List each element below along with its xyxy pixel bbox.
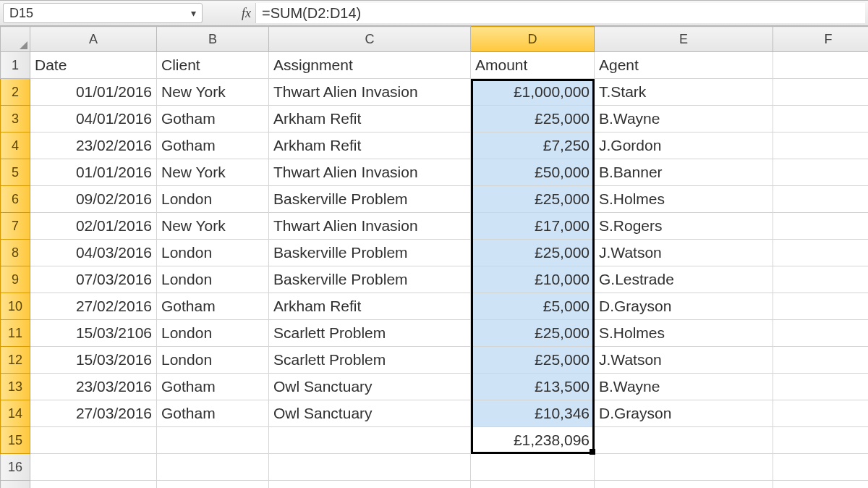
spreadsheet-grid[interactable]: ABCDEF 1DateClientAssignmentAmountAgent2… (0, 26, 868, 488)
cell-E17[interactable] (595, 481, 773, 489)
cell-D17[interactable] (471, 481, 595, 489)
cell-C10[interactable]: Arkham Refit (269, 293, 471, 320)
column-header-A[interactable]: A (30, 27, 157, 52)
cell-C4[interactable]: Arkham Refit (269, 132, 471, 159)
name-box[interactable]: D15 ▾ (3, 3, 203, 23)
cell-B9[interactable]: London (157, 266, 269, 293)
cell-B5[interactable]: New York (157, 159, 269, 186)
cell-F8[interactable] (773, 240, 869, 266)
row-header-2[interactable]: 2 (1, 79, 30, 106)
row-header-5[interactable]: 5 (1, 159, 30, 186)
cell-B11[interactable]: London (157, 320, 269, 347)
cell-D9[interactable]: £10,000 (471, 266, 595, 293)
column-header-C[interactable]: C (269, 27, 471, 52)
cell-F12[interactable] (773, 347, 869, 374)
cell-D13[interactable]: £13,500 (471, 374, 595, 400)
cell-D6[interactable]: £25,000 (471, 186, 595, 213)
cell-C17[interactable] (269, 481, 471, 489)
cell-C1[interactable]: Assignment (269, 52, 471, 79)
cell-D15[interactable]: £1,238,096 (471, 427, 595, 454)
cell-C16[interactable] (269, 454, 471, 481)
cell-F11[interactable] (773, 320, 869, 347)
row-header-14[interactable]: 14 (1, 400, 30, 427)
cell-A17[interactable] (30, 481, 157, 489)
row-header-9[interactable]: 9 (1, 266, 30, 293)
cell-B8[interactable]: London (157, 240, 269, 266)
cell-F13[interactable] (773, 374, 869, 400)
cell-D2[interactable]: £1,000,000 (471, 79, 595, 106)
row-header-17[interactable]: 17 (1, 481, 30, 489)
formula-input[interactable]: =SUM(D2:D14) (255, 3, 865, 23)
cell-D4[interactable]: £7,250 (471, 132, 595, 159)
cell-B7[interactable]: New York (157, 213, 269, 240)
cell-A7[interactable]: 02/01/2016 (30, 213, 157, 240)
cell-B4[interactable]: Gotham (157, 132, 269, 159)
fx-button[interactable]: fx (237, 1, 255, 25)
cell-F10[interactable] (773, 293, 869, 320)
cell-C5[interactable]: Thwart Alien Invasion (269, 159, 471, 186)
cell-D12[interactable]: £25,000 (471, 347, 595, 374)
cell-A5[interactable]: 01/01/2016 (30, 159, 157, 186)
cell-C8[interactable]: Baskerville Problem (269, 240, 471, 266)
cell-A8[interactable]: 04/03/2016 (30, 240, 157, 266)
cell-F14[interactable] (773, 400, 869, 427)
row-header-4[interactable]: 4 (1, 132, 30, 159)
cell-A16[interactable] (30, 454, 157, 481)
cell-E14[interactable]: D.Grayson (595, 400, 773, 427)
cell-A14[interactable]: 27/03/2016 (30, 400, 157, 427)
cell-C2[interactable]: Thwart Alien Invasion (269, 79, 471, 106)
cell-A3[interactable]: 04/01/2016 (30, 106, 157, 132)
cell-E6[interactable]: S.Holmes (595, 186, 773, 213)
row-header-16[interactable]: 16 (1, 454, 30, 481)
cell-B1[interactable]: Client (157, 52, 269, 79)
cell-E13[interactable]: B.Wayne (595, 374, 773, 400)
cell-E4[interactable]: J.Gordon (595, 132, 773, 159)
cell-B2[interactable]: New York (157, 79, 269, 106)
cell-F4[interactable] (773, 132, 869, 159)
row-header-6[interactable]: 6 (1, 186, 30, 213)
cell-B14[interactable]: Gotham (157, 400, 269, 427)
row-header-12[interactable]: 12 (1, 347, 30, 374)
cell-F7[interactable] (773, 213, 869, 240)
cell-C14[interactable]: Owl Sanctuary (269, 400, 471, 427)
cell-E10[interactable]: D.Grayson (595, 293, 773, 320)
cell-A13[interactable]: 23/03/2016 (30, 374, 157, 400)
cell-F6[interactable] (773, 186, 869, 213)
row-header-1[interactable]: 1 (1, 52, 30, 79)
cell-A10[interactable]: 27/02/2016 (30, 293, 157, 320)
cell-A9[interactable]: 07/03/2016 (30, 266, 157, 293)
cell-E12[interactable]: J.Watson (595, 347, 773, 374)
cell-C6[interactable]: Baskerville Problem (269, 186, 471, 213)
cell-C12[interactable]: Scarlett Problem (269, 347, 471, 374)
cell-B6[interactable]: London (157, 186, 269, 213)
cell-E1[interactable]: Agent (595, 52, 773, 79)
cell-C7[interactable]: Thwart Alien Invasion (269, 213, 471, 240)
cell-D3[interactable]: £25,000 (471, 106, 595, 132)
cell-C3[interactable]: Arkham Refit (269, 106, 471, 132)
cell-A11[interactable]: 15/03/2106 (30, 320, 157, 347)
cell-B13[interactable]: Gotham (157, 374, 269, 400)
cell-D14[interactable]: £10,346 (471, 400, 595, 427)
cell-E11[interactable]: S.Holmes (595, 320, 773, 347)
cell-E3[interactable]: B.Wayne (595, 106, 773, 132)
row-header-11[interactable]: 11 (1, 320, 30, 347)
cell-D11[interactable]: £25,000 (471, 320, 595, 347)
cell-F17[interactable] (773, 481, 869, 489)
cell-B17[interactable] (157, 481, 269, 489)
cell-A2[interactable]: 01/01/2016 (30, 79, 157, 106)
cell-F5[interactable] (773, 159, 869, 186)
row-header-3[interactable]: 3 (1, 106, 30, 132)
column-header-F[interactable]: F (773, 27, 869, 52)
name-box-dropdown-icon[interactable]: ▾ (191, 7, 196, 19)
cell-A1[interactable]: Date (30, 52, 157, 79)
cell-E16[interactable] (595, 454, 773, 481)
cell-B15[interactable] (157, 427, 269, 454)
cell-F1[interactable] (773, 52, 869, 79)
cell-C13[interactable]: Owl Sanctuary (269, 374, 471, 400)
row-header-15[interactable]: 15 (1, 427, 30, 454)
column-header-B[interactable]: B (157, 27, 269, 52)
cell-D1[interactable]: Amount (471, 52, 595, 79)
cell-C15[interactable] (269, 427, 471, 454)
row-header-8[interactable]: 8 (1, 240, 30, 266)
cell-E15[interactable] (595, 427, 773, 454)
